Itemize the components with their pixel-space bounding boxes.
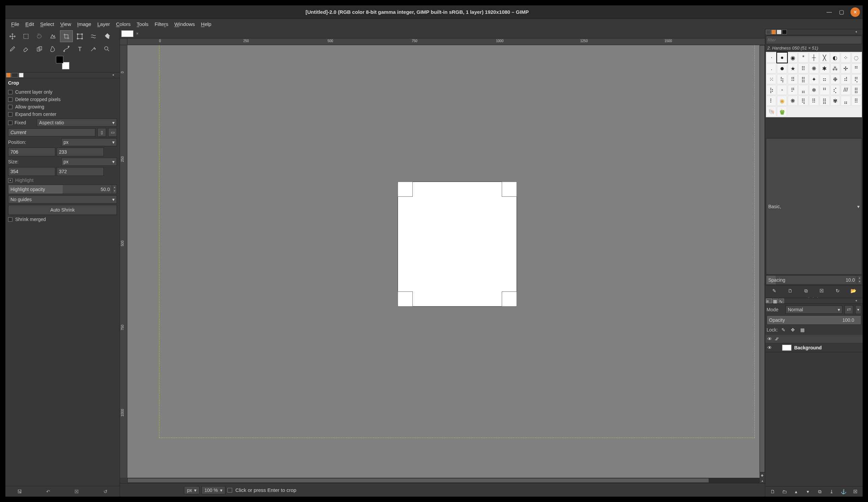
minimize-button[interactable]: — [826, 9, 832, 15]
fonts-tab[interactable] [777, 30, 782, 34]
del-brush-icon[interactable]: ☒ [818, 287, 826, 294]
crop-handle-br[interactable] [502, 291, 517, 306]
guides-select[interactable]: No guides▾ [8, 196, 117, 203]
delete-layer-icon[interactable]: ☒ [851, 488, 859, 495]
pos-x-input[interactable]: ▴▾ [8, 148, 55, 156]
mode-chevron-icon[interactable]: ▾ [855, 305, 861, 314]
bucket-tool[interactable] [101, 30, 113, 42]
layer-up-icon[interactable]: ▴ [793, 488, 800, 495]
restore-preset-icon[interactable]: ↶ [44, 488, 52, 495]
auto-shrink-button[interactable]: Auto Shrink [8, 205, 117, 215]
menu-select[interactable]: Select [38, 20, 56, 28]
reset-preset-icon[interactable]: ↺ [102, 488, 109, 495]
canvas[interactable] [127, 45, 760, 478]
layer-name-label[interactable]: Background [794, 345, 822, 351]
anchor-layer-icon[interactable]: ⚓ [840, 488, 847, 495]
fg-color-swatch[interactable] [56, 56, 63, 63]
layer-down-icon[interactable]: ▾ [804, 488, 812, 495]
link-icon[interactable]: 🖇 [775, 337, 779, 341]
smudge-tool[interactable] [46, 43, 59, 55]
layer-opacity-slider[interactable]: Opacity 100.0 ▴▾ [767, 315, 861, 325]
mode-select[interactable]: Normal▾ [785, 306, 843, 314]
warp-tool[interactable] [87, 30, 100, 42]
fg-bg-color[interactable] [56, 56, 70, 70]
pencil-tool[interactable] [6, 43, 19, 55]
crop-selection[interactable] [398, 182, 517, 306]
dup-brush-icon[interactable]: ⧉ [802, 287, 810, 294]
edit-brush-icon[interactable]: ✎ [771, 287, 778, 294]
paths-tool[interactable] [60, 43, 73, 55]
status-unit-select[interactable]: px▾ [184, 486, 199, 494]
channels-tab[interactable]: ▦ [773, 299, 778, 303]
fuzzy-select-tool[interactable] [46, 30, 59, 42]
crop-tool[interactable] [60, 30, 73, 42]
new-layer-icon[interactable]: 🗋 [769, 488, 776, 495]
images-tab[interactable] [19, 73, 23, 77]
fixed-checkbox[interactable] [8, 121, 12, 125]
menu-tools[interactable]: Tools [134, 20, 151, 28]
lock-pixels-icon[interactable]: ✎ [780, 326, 787, 334]
move-tool[interactable] [6, 30, 19, 42]
shrink-merged-checkbox[interactable] [8, 217, 12, 222]
highlight-opacity-slider[interactable]: Highlight opacity 50.0 ▴▾ [8, 185, 117, 194]
crop-handle-bl[interactable] [397, 291, 413, 306]
brush-preset-select[interactable]: Basic,▾ [766, 138, 862, 274]
crop-handle-tl[interactable] [397, 181, 413, 197]
horizontal-ruler[interactable]: 0 250 500 750 1000 1250 1500 [127, 39, 760, 45]
pos-y-input[interactable]: ▴▾ [56, 148, 104, 156]
text-tool[interactable] [73, 43, 86, 55]
nav-widget-icon[interactable]: ◆ [760, 472, 765, 478]
free-select-tool[interactable] [33, 30, 46, 42]
menu-file[interactable]: File [9, 20, 22, 28]
aspect-value-input[interactable]: Current [8, 128, 95, 136]
allow-growing-checkbox[interactable] [8, 105, 12, 109]
menu-edit[interactable]: Edit [23, 20, 37, 28]
dock-menu-icon[interactable]: ◂ [112, 73, 119, 77]
open-brush-icon[interactable]: 📂 [850, 287, 857, 294]
patterns-tab[interactable] [771, 30, 776, 34]
lock-position-icon[interactable]: ✥ [789, 326, 797, 334]
delete-preset-icon[interactable]: ☒ [73, 488, 81, 495]
tool-options-tab[interactable] [6, 73, 11, 77]
menu-colors[interactable]: Colors [114, 20, 133, 28]
position-unit-select[interactable]: px▾ [61, 138, 117, 146]
status-zoom-select[interactable]: 100 %▾ [202, 486, 225, 494]
transform-tool[interactable] [73, 30, 86, 42]
dup-layer-icon[interactable]: ⧉ [816, 488, 824, 495]
quick-mask-toggle[interactable] [227, 488, 232, 493]
brush-grid[interactable]: ·●◉*┼╳◐⁘◌ .●★⠿❋✱⁂✢⠛ ⁙⢷⠿⣿✦⠶❉⠾⢟ ⡷◦⠟⣤❄⠛⢎///… [766, 52, 862, 117]
maximize-button[interactable]: ▢ [838, 9, 845, 15]
clone-tool[interactable] [33, 43, 46, 55]
zoom-tool[interactable] [101, 43, 113, 55]
menu-view[interactable]: View [58, 20, 73, 28]
nav-icon[interactable]: ▴ [760, 478, 765, 483]
rect-select-tool[interactable] [20, 30, 32, 42]
layer-thumbnail[interactable] [782, 345, 792, 351]
portrait-orient-button[interactable]: ▯ [97, 128, 106, 137]
landscape-orient-button[interactable]: ▭ [108, 128, 117, 137]
menu-layer[interactable]: Layer [95, 20, 113, 28]
color-picker-tool[interactable] [87, 43, 100, 55]
image-tab-close[interactable]: × [135, 31, 140, 36]
size-h-input[interactable]: ▴▾ [56, 167, 104, 176]
merge-down-icon[interactable]: ⤓ [828, 488, 835, 495]
layers-dock-menu-icon[interactable]: ◂ [855, 299, 862, 303]
vertical-scrollbar[interactable] [760, 45, 765, 472]
eraser-tool[interactable] [20, 43, 32, 55]
dock-menu-icon-r[interactable]: ◂ [855, 30, 862, 34]
delete-cropped-checkbox[interactable] [8, 97, 12, 102]
highlight-checkbox[interactable]: × [8, 178, 12, 182]
mode-swap-icon[interactable]: ⮂ [845, 305, 853, 314]
save-preset-icon[interactable]: 🖫 [16, 488, 23, 495]
brush-filter-input[interactable] [766, 36, 862, 44]
size-w-input[interactable]: ▴▾ [8, 167, 55, 176]
expand-center-checkbox[interactable] [8, 112, 12, 117]
brush-spacing-slider[interactable]: Spacing 10.0 ▴▾ [766, 275, 862, 285]
close-button[interactable]: ✕ [850, 8, 860, 17]
visibility-eye-icon[interactable]: 👁 [767, 336, 772, 342]
menu-windows[interactable]: Windows [172, 20, 197, 28]
menu-image[interactable]: Image [75, 20, 94, 28]
fixed-mode-select[interactable]: Aspect ratio▾ [37, 118, 117, 127]
paths-tab[interactable]: ∿ [779, 299, 784, 303]
crop-handle-tr[interactable] [502, 181, 517, 197]
